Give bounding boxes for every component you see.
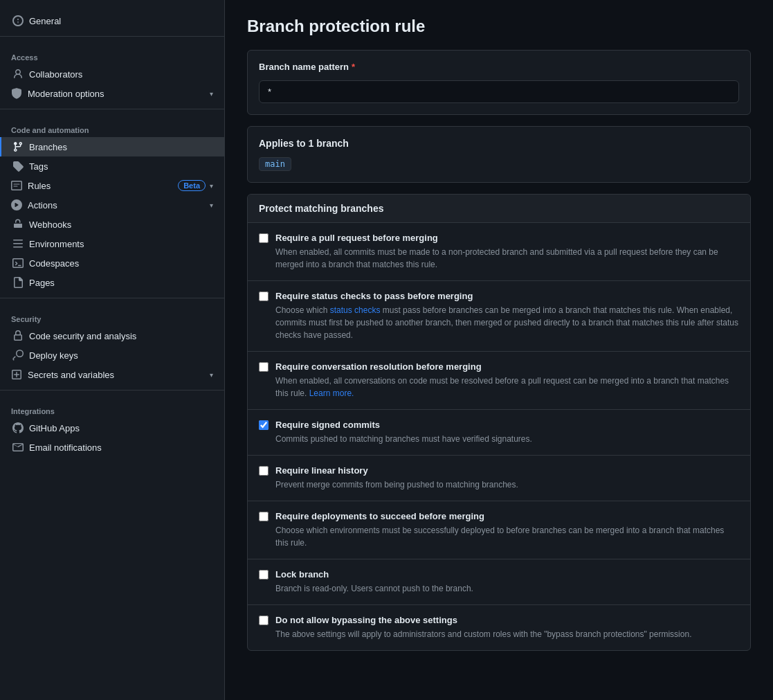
sidebar-item-actions[interactable]: Actions ▾ <box>0 195 224 215</box>
option-require-pull-request: Require a pull request before merging Wh… <box>248 223 750 281</box>
divider-1 <box>0 36 224 37</box>
applies-to-card: Applies to 1 branch main <box>247 126 751 183</box>
sidebar-item-general[interactable]: General <box>0 11 224 30</box>
webhook-icon <box>12 219 24 230</box>
option-require-linear-history: Require linear history Prevent merge com… <box>248 456 750 501</box>
chevron-down-icon-actions: ▾ <box>210 201 213 209</box>
section-label-security: Security <box>0 304 224 326</box>
email-notifications-label: Email notifications <box>29 442 102 453</box>
applies-to-title: Applies to 1 branch <box>259 138 739 149</box>
required-star: * <box>352 62 355 72</box>
option-desc-lock-branch: Branch is read-only. Users cannot push t… <box>275 582 739 595</box>
sidebar-item-environments[interactable]: Environments <box>0 234 224 253</box>
sidebar-item-collaborators[interactable]: Collaborators <box>0 64 224 84</box>
protect-card: Protect matching branches Require a pull… <box>247 194 751 651</box>
secrets-label: Secrets and variables <box>28 370 114 380</box>
shield-icon <box>11 88 22 99</box>
github-apps-label: GitHub Apps <box>29 423 80 433</box>
branch-name-section: Branch name pattern * <box>248 51 750 114</box>
section-label-code-automation: Code and automation <box>0 115 224 137</box>
option-title-require-signed-commits: Require signed commits <box>275 420 380 430</box>
play-icon <box>11 199 22 210</box>
pages-label: Pages <box>29 278 55 288</box>
option-do-not-allow-bypass: Do not allow bypassing the above setting… <box>248 605 750 650</box>
option-desc-require-linear-history: Prevent merge commits from being pushed … <box>275 478 739 491</box>
branch-name-label: Branch name pattern * <box>259 62 739 72</box>
key-icon <box>12 350 24 361</box>
checkbox-do-not-allow-bypass[interactable] <box>259 616 269 625</box>
beta-badge: Beta <box>178 180 206 191</box>
tags-label: Tags <box>29 161 48 172</box>
chevron-down-icon: ▾ <box>210 90 213 98</box>
sidebar-general-label: General <box>29 16 61 26</box>
option-desc-do-not-allow-bypass: The above settings will apply to adminis… <box>275 628 739 640</box>
deploy-keys-label: Deploy keys <box>29 350 78 361</box>
sidebar-item-codespaces[interactable]: Codespaces <box>0 253 224 273</box>
option-desc-require-signed-commits: Commits pushed to matching branches must… <box>275 433 739 445</box>
divider-3 <box>0 298 224 298</box>
option-title-do-not-allow-bypass: Do not allow bypassing the above setting… <box>275 615 457 625</box>
sidebar-item-deploy-keys[interactable]: Deploy keys <box>0 345 224 365</box>
divider-2 <box>0 109 224 109</box>
code-security-label: Code security and analysis <box>29 331 136 341</box>
sidebar-item-branches[interactable]: Branches <box>0 137 224 156</box>
main-content: Branch protection rule Branch name patte… <box>225 0 773 700</box>
checkbox-require-linear-history[interactable] <box>259 466 269 476</box>
moderation-label: Moderation options <box>28 89 104 99</box>
sidebar-item-secrets[interactable]: Secrets and variables ▾ <box>0 365 224 384</box>
sidebar-item-github-apps[interactable]: GitHub Apps <box>0 418 224 438</box>
section-label-access: Access <box>0 42 224 64</box>
checkbox-require-status-checks[interactable] <box>259 291 269 301</box>
lock-icon <box>12 330 24 341</box>
rule-icon <box>11 180 22 191</box>
checkbox-require-signed-commits[interactable] <box>259 420 269 430</box>
sidebar-item-rules[interactable]: Rules Beta ▾ <box>0 176 224 195</box>
sidebar-item-code-security[interactable]: Code security and analysis <box>0 326 224 345</box>
environments-label: Environments <box>29 239 84 249</box>
sidebar-item-pages[interactable]: Pages <box>0 273 224 292</box>
actions-label: Actions <box>28 200 57 210</box>
branch-icon <box>12 141 24 152</box>
sidebar-item-moderation[interactable]: Moderation options ▾ <box>0 84 224 103</box>
checkbox-require-conversation-resolution[interactable] <box>259 362 269 372</box>
tag-icon <box>12 161 24 172</box>
codespace-icon <box>12 258 24 269</box>
rules-label: Rules <box>28 181 51 191</box>
protect-header: Protect matching branches <box>248 195 750 223</box>
sidebar: General Access Collaborators Moderation … <box>0 0 225 700</box>
section-label-integrations: Integrations <box>0 396 224 418</box>
option-title-lock-branch: Lock branch <box>275 569 329 580</box>
branch-badge: main <box>259 157 291 171</box>
option-desc-require-deployments: Choose which environments must be succes… <box>275 524 739 549</box>
option-require-signed-commits: Require signed commits Commits pushed to… <box>248 410 750 456</box>
mail-icon <box>12 442 24 453</box>
branch-name-input[interactable] <box>259 80 739 103</box>
sidebar-item-webhooks[interactable]: Webhooks <box>0 215 224 234</box>
sidebar-item-tags[interactable]: Tags <box>0 156 224 176</box>
divider-4 <box>0 390 224 391</box>
option-title-require-conversation-resolution: Require conversation resolution before m… <box>275 361 482 372</box>
sidebar-item-email-notifications[interactable]: Email notifications <box>0 438 224 457</box>
pages-icon <box>12 277 24 288</box>
option-title-require-pull-request: Require a pull request before merging <box>275 233 438 243</box>
page-title: Branch protection rule <box>247 17 751 36</box>
checkbox-require-deployments[interactable] <box>259 512 269 521</box>
option-desc-require-status-checks: Choose which status checks must pass bef… <box>275 304 739 341</box>
apps-icon <box>12 422 24 433</box>
checkbox-require-pull-request[interactable] <box>259 233 269 243</box>
option-title-require-deployments: Require deployments to succeed before me… <box>275 511 484 521</box>
plus-square-icon <box>11 369 22 380</box>
status-checks-link[interactable]: status checks <box>330 305 381 315</box>
option-desc-require-pull-request: When enabled, all commits must be made t… <box>275 246 739 271</box>
checkbox-lock-branch[interactable] <box>259 570 269 580</box>
codespaces-label: Codespaces <box>29 258 79 269</box>
option-require-deployments: Require deployments to succeed before me… <box>248 501 750 559</box>
option-require-conversation-resolution: Require conversation resolution before m… <box>248 352 750 410</box>
webhooks-label: Webhooks <box>29 219 71 230</box>
gear-icon <box>12 15 24 26</box>
branches-label: Branches <box>29 142 67 152</box>
option-title-require-linear-history: Require linear history <box>275 465 368 476</box>
learn-more-link[interactable]: Learn more. <box>309 388 354 398</box>
option-lock-branch: Lock branch Branch is read-only. Users c… <box>248 559 750 605</box>
option-title-require-status-checks: Require status checks to pass before mer… <box>275 291 473 301</box>
